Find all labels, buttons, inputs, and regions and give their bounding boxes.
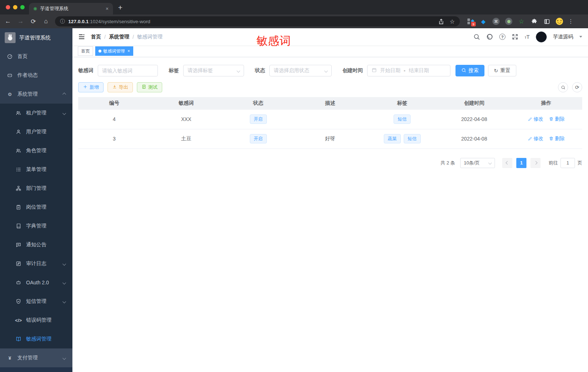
home-icon[interactable]: ⌂: [42, 18, 50, 25]
date-range-picker[interactable]: 开始日期 - 结束日期: [367, 65, 450, 76]
prev-page-button[interactable]: [502, 158, 512, 168]
sidebar-item-dept[interactable]: 部门管理: [0, 179, 72, 198]
cell-id: 4: [78, 109, 150, 129]
breadcrumb-current: 敏感词管理: [137, 34, 163, 40]
reload-icon[interactable]: ⟳: [30, 18, 37, 25]
search-icon: [461, 68, 466, 74]
tag-badge: 短信: [404, 134, 421, 143]
search-button[interactable]: 搜索: [455, 65, 484, 76]
font-size-icon[interactable]: тT: [525, 34, 530, 40]
goto-label: 前往: [549, 160, 558, 166]
sidebar-item-sms[interactable]: 短信管理: [0, 292, 72, 311]
breadcrumb-home[interactable]: 首页: [91, 34, 101, 40]
close-window-button[interactable]: [6, 5, 10, 9]
site-info-icon[interactable]: ⓘ: [60, 18, 65, 25]
goto-page-input[interactable]: [560, 158, 575, 168]
sidebar-item-notice[interactable]: 通知公告: [0, 235, 72, 254]
profile-avatar-icon[interactable]: [555, 17, 563, 25]
extensions-puzzle-icon[interactable]: [530, 17, 538, 25]
sidebar-item-system[interactable]: ⚙ 系统管理: [0, 85, 72, 104]
username[interactable]: 芋道源码: [553, 34, 573, 40]
current-page[interactable]: 1: [516, 158, 526, 168]
sidebar-item-dict[interactable]: 字典管理: [0, 217, 72, 235]
collapse-sidebar-icon[interactable]: [78, 33, 85, 40]
reset-button[interactable]: ↻ 重置: [488, 65, 516, 76]
user-menu-caret-icon[interactable]: [579, 36, 582, 38]
kite-extension-icon[interactable]: ◆: [479, 17, 487, 25]
export-button[interactable]: 导出: [108, 82, 133, 92]
sidebar: 芋道管理系统 首页 作者动态 ⚙ 系统管理 租户管理: [0, 28, 72, 372]
tab-favicon-icon: ❋: [33, 6, 37, 12]
status-select[interactable]: 请选择启用状态: [269, 65, 332, 76]
book-icon: [16, 223, 21, 229]
sidebar-item-post[interactable]: 岗位管理: [0, 198, 72, 217]
github-icon[interactable]: [486, 33, 493, 40]
sidebar-item-audit[interactable]: 审计日志: [0, 254, 72, 273]
sidebar-item-pay[interactable]: ¥ 支付管理: [0, 348, 72, 367]
tag-home[interactable]: 首页: [78, 46, 93, 56]
app-title: 芋道管理系统: [19, 34, 51, 41]
address-bar[interactable]: ⓘ 127.0.0.1:1024/system/sensitive-word ☆: [55, 16, 460, 26]
total-count: 共 2 条: [441, 160, 455, 166]
edit-link[interactable]: 修改: [528, 135, 543, 142]
cell-created: 2022-04-08: [438, 129, 510, 149]
close-tag-icon[interactable]: ×: [127, 49, 130, 54]
keyword-input[interactable]: [102, 68, 154, 74]
browser-menu-icon[interactable]: ⋮: [568, 18, 574, 25]
next-page-button[interactable]: [530, 158, 541, 168]
recorder-extension-icon[interactable]: [505, 17, 513, 25]
toggle-search-button[interactable]: [558, 82, 568, 92]
search-icon[interactable]: [473, 33, 480, 40]
share-icon[interactable]: [438, 18, 445, 25]
sidebar-item-home[interactable]: 首页: [0, 47, 72, 66]
browser-tab[interactable]: ❋ 芋道管理系统 ×: [29, 3, 113, 14]
edit-link[interactable]: 修改: [528, 116, 543, 122]
delete-link[interactable]: 删除: [549, 135, 564, 142]
help-icon[interactable]: ?: [499, 34, 505, 40]
star-extension-icon[interactable]: ☆: [517, 17, 525, 25]
side-panel-icon[interactable]: [543, 17, 551, 25]
command-extension-icon[interactable]: ⌘: [492, 17, 500, 25]
maximize-window-button[interactable]: [20, 5, 25, 9]
chevron-down-icon: [63, 111, 66, 115]
test-button[interactable]: 测试: [137, 82, 162, 92]
refresh-icon: ⟳: [575, 84, 579, 90]
sidebar-item-sensitive-word[interactable]: 敏感词管理: [0, 330, 72, 348]
sidebar-filler: [0, 367, 72, 372]
logo-image: [5, 32, 16, 43]
fullscreen-icon[interactable]: [512, 33, 518, 40]
back-icon[interactable]: ←: [4, 18, 12, 25]
minimize-window-button[interactable]: [13, 5, 17, 9]
sidebar-item-author[interactable]: 作者动态: [0, 66, 72, 85]
search-form: 敏感词 标签 请选择标签 状态 请选择启用状态: [78, 65, 582, 76]
active-dot-icon: [98, 50, 101, 53]
sidebar-item-role[interactable]: 角色管理: [0, 141, 72, 160]
sidebar-item-menu[interactable]: 菜单管理: [0, 160, 72, 179]
bookmark-star-icon[interactable]: ☆: [450, 18, 455, 25]
sidebar-item-errcode[interactable]: </> 错误码管理: [0, 311, 72, 330]
refresh-table-button[interactable]: ⟳: [572, 82, 582, 92]
user-avatar[interactable]: [536, 32, 547, 42]
dashboard-icon: [7, 54, 13, 59]
url-path: :1024/system/sensitive-word: [89, 19, 150, 24]
tab-manager-extension-icon[interactable]: ◆ 9: [467, 17, 475, 25]
top-navbar: 首页 / 系统管理 / 敏感词管理 ? тT 芋道源码: [72, 28, 588, 45]
system-submenu: 租户管理 用户管理 角色管理 菜单管理 部门管: [0, 104, 72, 348]
sensitive-word-table: 编号 敏感词 状态 描述 标签 创建时间 操作 4 XXX 开启: [78, 97, 582, 149]
sidebar-item-tenant[interactable]: 租户管理: [0, 104, 72, 122]
tab-close-icon[interactable]: ×: [106, 6, 109, 12]
tag-select[interactable]: 请选择标签: [183, 65, 244, 76]
sidebar-item-user[interactable]: 用户管理: [0, 122, 72, 141]
cell-word: XXX: [150, 109, 222, 129]
message-bubble-icon: [16, 242, 21, 248]
breadcrumb-system[interactable]: 系统管理: [109, 34, 129, 40]
delete-link[interactable]: 删除: [549, 116, 564, 122]
users-icon: [16, 110, 21, 116]
tag-sensitive-word[interactable]: 敏感词管理 ×: [95, 46, 133, 56]
sidebar-item-oauth[interactable]: OAuth 2.0: [0, 273, 72, 292]
add-button[interactable]: 新增: [78, 82, 104, 92]
new-tab-button[interactable]: +: [118, 3, 122, 12]
tag-label: 标签: [169, 67, 179, 74]
page-size-select[interactable]: 10条/页: [460, 158, 495, 168]
chevron-down-icon: [488, 161, 492, 165]
